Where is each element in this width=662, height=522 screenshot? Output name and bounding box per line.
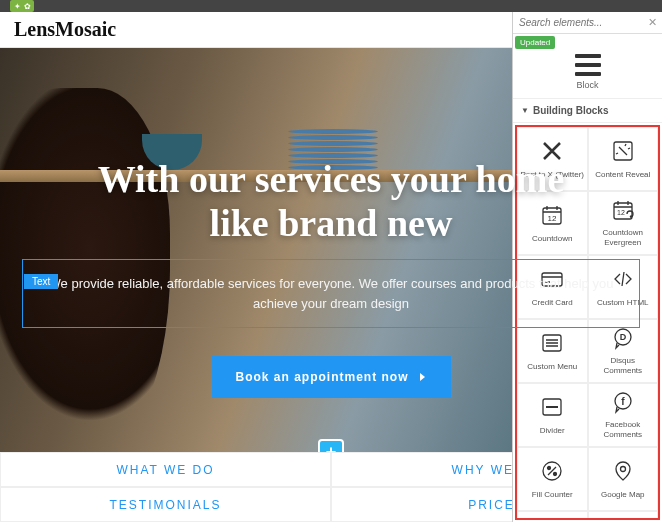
- percent-icon: [539, 458, 565, 484]
- top-toolbar: ✦✿: [0, 0, 662, 12]
- element-map[interactable]: Google Map: [588, 447, 659, 511]
- hero-section: With our services your homelike brand ne…: [0, 48, 662, 452]
- nav-tab-what[interactable]: WHAT WE DO: [0, 452, 331, 487]
- updated-badge: Updated: [515, 36, 555, 49]
- element-percent[interactable]: Fill Counter: [517, 447, 588, 511]
- brand-logo: LensMosaic: [14, 18, 116, 41]
- svg-point-13: [548, 467, 551, 470]
- svg-point-15: [620, 467, 625, 472]
- chevron-right-icon: [419, 372, 427, 382]
- element-rocket[interactable]: Icon: [517, 511, 588, 520]
- cta-button[interactable]: Book an appointment now: [212, 356, 451, 398]
- search-row: ✕: [513, 12, 662, 34]
- element-label: Google Map: [601, 490, 645, 500]
- element-label: Fill Counter: [532, 490, 573, 500]
- element-label: Facebook Comments: [591, 420, 656, 439]
- element-label: Divider: [540, 426, 565, 436]
- search-input[interactable]: [519, 17, 646, 28]
- hero-title[interactable]: With our services your homelike brand ne…: [0, 158, 662, 245]
- element-stack[interactable]: Lead Generation: [588, 511, 659, 520]
- nav-tab-testimonials[interactable]: TESTIMONIALS: [0, 487, 331, 522]
- map-icon: [610, 458, 636, 484]
- cta-label: Book an appointment now: [236, 370, 409, 384]
- svg-point-14: [554, 473, 557, 476]
- element-type-tag[interactable]: Text: [24, 274, 58, 289]
- add-section-button[interactable]: +: [318, 439, 344, 452]
- hero-subtitle-box[interactable]: We provide reliable, affordable services…: [22, 259, 640, 328]
- hero-subtitle: We provide reliable, affordable services…: [33, 274, 629, 313]
- clear-search-icon[interactable]: ✕: [646, 16, 659, 29]
- toolbar-badge[interactable]: ✦✿: [10, 0, 34, 12]
